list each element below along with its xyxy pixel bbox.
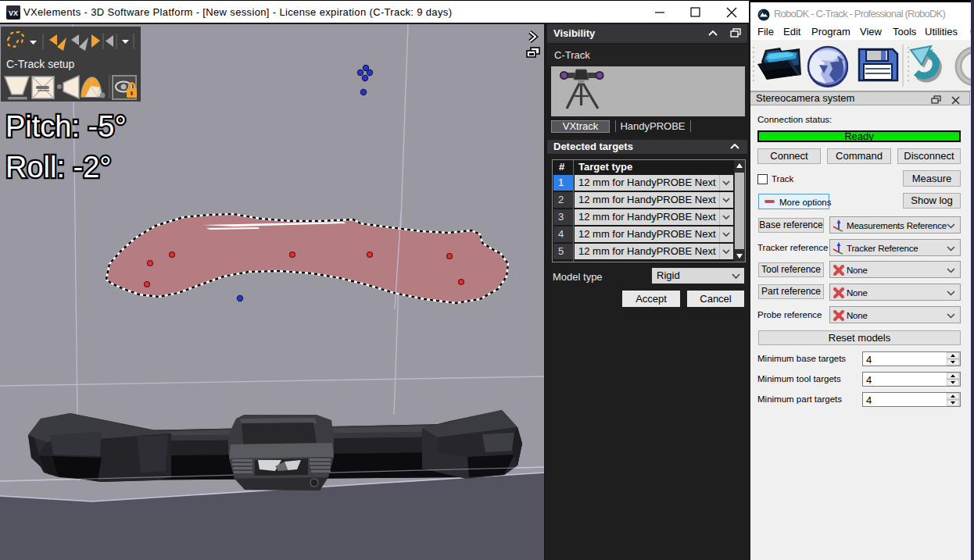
svg-text:Roll: -2°: Roll: -2° bbox=[5, 151, 112, 184]
svg-text:Pitch: -5°: Pitch: -5° bbox=[5, 110, 127, 143]
svg-text:VX: VX bbox=[9, 9, 18, 17]
